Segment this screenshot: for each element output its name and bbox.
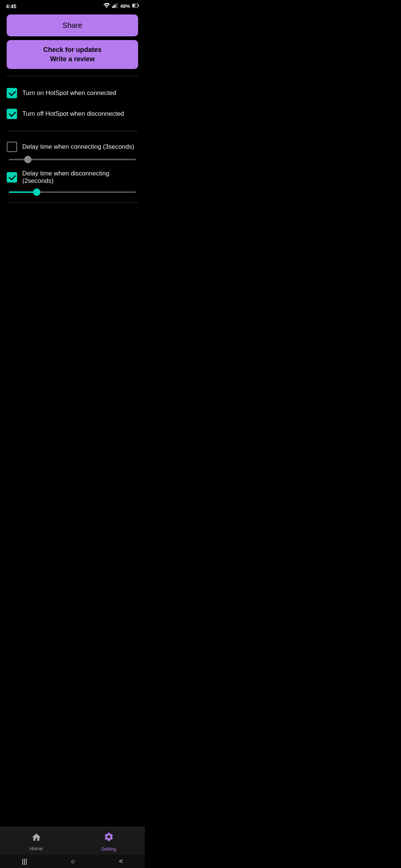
battery-percent: 48% <box>120 3 130 9</box>
delay-disconnecting-row[interactable]: Delay time when disconnecting (2seconds) <box>7 165 138 190</box>
hotspot-off-label: Turn off HotSpot when disconnected <box>22 110 124 118</box>
delay-connecting-checkbox[interactable] <box>7 142 17 152</box>
delay-connecting-row[interactable]: Delay time when connecting (3seconds) <box>7 137 138 157</box>
connecting-slider-container <box>7 157 138 165</box>
delay-section: Delay time when connecting (3seconds) De… <box>7 135 138 199</box>
connecting-slider-track[interactable] <box>9 159 136 160</box>
check-updates-line1: Check for updates <box>43 46 101 53</box>
svg-rect-8 <box>133 4 135 7</box>
disconnecting-slider-track[interactable] <box>9 191 136 193</box>
check-updates-button[interactable]: Check for updates Write a review <box>7 40 138 69</box>
status-icons: 48% <box>103 3 139 9</box>
wifi-icon <box>103 3 110 9</box>
main-content: Share Check for updates Write a review T… <box>0 11 145 210</box>
svg-rect-4 <box>116 3 117 8</box>
divider-top <box>7 76 138 76</box>
delay-connecting-label: Delay time when connecting (3seconds) <box>22 143 134 151</box>
hotspot-off-row[interactable]: Turn off HotSpot when disconnected <box>7 103 138 124</box>
disconnecting-slider-thumb[interactable] <box>33 188 40 196</box>
disconnecting-slider-container <box>7 190 138 197</box>
write-review-line2: Write a review <box>50 55 95 63</box>
signal-icon <box>112 3 118 9</box>
svg-rect-5 <box>117 3 118 8</box>
share-button[interactable]: Share <box>7 14 138 36</box>
delay-disconnecting-checkbox[interactable] <box>7 172 17 183</box>
svg-rect-1 <box>112 6 113 8</box>
svg-point-0 <box>108 3 109 4</box>
battery-icon <box>132 3 139 9</box>
svg-rect-3 <box>114 4 115 8</box>
hotspot-on-label: Turn on HotSpot when connected <box>22 89 116 97</box>
disconnecting-slider-fill <box>9 191 37 193</box>
divider-middle <box>7 131 138 131</box>
status-bar: 4:45 48% <box>0 0 145 11</box>
delay-disconnecting-label: Delay time when disconnecting (2seconds) <box>22 170 138 185</box>
connecting-slider-thumb[interactable] <box>24 156 32 163</box>
hotspot-on-checkbox[interactable] <box>7 88 17 98</box>
settings-section: Turn on HotSpot when connected Turn off … <box>7 80 138 127</box>
divider-bottom <box>7 203 138 203</box>
svg-rect-2 <box>113 5 114 8</box>
hotspot-off-checkbox[interactable] <box>7 109 17 119</box>
svg-rect-7 <box>138 5 139 7</box>
hotspot-on-row[interactable]: Turn on HotSpot when connected <box>7 83 138 103</box>
time: 4:45 <box>6 3 16 9</box>
